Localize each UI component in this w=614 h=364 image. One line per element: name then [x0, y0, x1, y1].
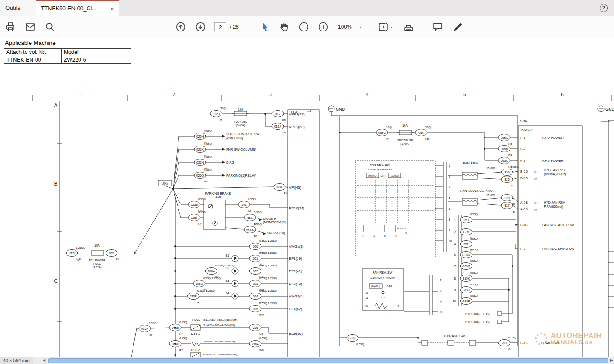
svg-text:RY: RY [149, 333, 152, 336]
scroll-left-arrow-icon[interactable]: ◀ [43, 358, 45, 362]
svg-text:EF3(42): EF3(42) [289, 282, 302, 286]
svg-text:0.5SQ 1.25SQ: 0.5SQ 1.25SQ [197, 289, 215, 292]
svg-text:EF4(62): EF4(62) [289, 307, 302, 311]
printer-icon [5, 22, 15, 32]
envelope-icon [25, 22, 35, 32]
svg-text:1: 1 [79, 92, 81, 97]
page-count-label: / 26 [230, 22, 239, 31]
svg-text:SMCZ: SMCZ [521, 128, 533, 132]
comment-button[interactable] [433, 22, 443, 32]
svg-text:FNR SW(COLUMN): FNR SW(COLUMN) [226, 147, 257, 151]
svg-text:G37B: G37B [348, 337, 356, 340]
cursor-icon [260, 22, 270, 32]
svg-text:F-13: F-13 [520, 341, 528, 345]
svg-text:VMG1(3): VMG1(3) [289, 244, 304, 249]
svg-text:2: 2 [173, 92, 175, 97]
svg-text:(+): (+) [534, 170, 538, 173]
svg-text:012: 012 [275, 112, 280, 115]
svg-text:SMCZ-C(10): SMCZ-C(10) [267, 231, 285, 235]
svg-text:0.5SQ: 0.5SQ [204, 142, 212, 145]
svg-text:025K: 025K [196, 148, 204, 151]
svg-text:912B: 912B [213, 112, 220, 115]
svg-text:VPI(45): VPI(45) [289, 186, 301, 190]
gear-icon [535, 333, 547, 345]
horizontal-scrollbar-thumb[interactable] [48, 358, 608, 363]
svg-text:0.5SQ 1.25SQ: 0.5SQ 1.25SQ [259, 252, 277, 254]
select-tool-button[interactable] [260, 22, 270, 32]
zoom-level-dropdown[interactable]: 100% [338, 22, 352, 31]
svg-text:B2: B2 [225, 266, 229, 270]
zoom-caret-down-icon[interactable]: ▾ [360, 25, 361, 29]
page-size-label: 40 × 594 mm [0, 357, 33, 364]
svg-text:RY: RY [116, 258, 119, 261]
typewriter-button[interactable] [404, 22, 414, 32]
svg-text:551: 551 [247, 216, 253, 219]
tab-title: TTNEK50-EN-00_Ci... [41, 5, 107, 12]
svg-text:LAMP: LAMP [214, 195, 222, 199]
svg-text:(-): (-) [534, 177, 537, 180]
hand-icon [279, 22, 289, 32]
svg-text:0.5SQ: 0.5SQ [470, 271, 478, 274]
snapshot-button[interactable] [378, 22, 388, 32]
zoom-in-button[interactable] [318, 22, 328, 32]
svg-text:2mA/5V~100mA/24V(FN): 2mA/5V~100mA/24V(FN) [203, 340, 235, 343]
svg-text:C: C [54, 279, 57, 284]
svg-text:106A: 106A [208, 270, 215, 273]
svg-text:1.1mA/24V~4A/24V: 1.1mA/24V~4A/24V [368, 168, 392, 171]
highlight-button[interactable] [453, 22, 463, 32]
help-icon[interactable]: ? [600, 4, 608, 12]
svg-text:O: O [511, 184, 513, 187]
svg-text:2: 2 [449, 175, 450, 178]
svg-text:6: 6 [449, 207, 450, 210]
svg-text:3: 3 [269, 92, 272, 97]
snapshot-caret-down-icon[interactable]: ▾ [390, 25, 392, 29]
svg-text:0.5SQ: 0.5SQ [508, 336, 516, 339]
arrow-up-circle-icon [176, 22, 186, 32]
svg-text:FAN P.P.V: FAN P.P.V [463, 161, 478, 165]
svg-text:0.5SQ: 0.5SQ [470, 259, 478, 262]
svg-text:GB: GB [259, 333, 263, 335]
svg-text:253: 253 [463, 218, 469, 222]
previous-page-button[interactable] [176, 22, 186, 32]
next-page-button[interactable] [196, 22, 205, 32]
hand-tool-button[interactable] [279, 22, 289, 32]
svg-text:0.5SQ 1.25SQ: 0.5SQ 1.25SQ [259, 264, 277, 267]
svg-text:B: B [54, 182, 58, 186]
svg-text:102: 102 [253, 270, 258, 273]
svg-text:326: 326 [504, 171, 510, 174]
svg-text:PARKING(1)RELAY: PARKING(1)RELAY [226, 173, 256, 178]
email-button[interactable] [25, 22, 35, 32]
svg-text:6: 6 [384, 235, 386, 238]
watermark-line2: MANUALS.us [551, 339, 602, 346]
svg-text:F-2: F-2 [520, 147, 526, 151]
search-button[interactable] [45, 22, 55, 32]
tools-menu-button[interactable]: Outils [0, 0, 36, 16]
svg-text:S15K: S15K [463, 277, 470, 280]
zoom-out-button[interactable] [299, 22, 309, 32]
svg-text:P.P.V(650mA): P.P.V(650mA) [544, 205, 563, 209]
svg-text:012A: 012A [274, 125, 281, 128]
applicable-machine-table: Attach to vol. №. Model TTNEK-EN-00 ZW22… [4, 48, 131, 64]
svg-text:RW: RW [259, 314, 264, 316]
tab-close-icon[interactable]: × [110, 5, 114, 12]
svg-text:025F: 025F [190, 295, 197, 298]
svg-text:0.5SQ 1.25SQ: 0.5SQ 1.25SQ [259, 289, 277, 292]
svg-text:1: 1 [449, 164, 450, 167]
svg-text:0.5SQ 1.25SQ: 0.5SQ 1.25SQ [259, 302, 277, 305]
comment-bubble-icon [433, 22, 443, 32]
svg-text:DIAG: DIAG [226, 160, 235, 164]
scroll-right-arrow-icon[interactable]: ▶ [610, 358, 613, 362]
document-tab[interactable]: TTNEK50-EN-00_Ci... × [36, 0, 119, 16]
svg-text:2: 2 [362, 235, 364, 238]
svg-text:3SQ: 3SQ [220, 107, 226, 110]
svg-text:B3: B3 [225, 279, 229, 282]
page-number-input[interactable]: 2 [214, 22, 226, 31]
svg-text:0.5SQ: 0.5SQ [248, 198, 256, 200]
minus-circle-icon [299, 22, 309, 32]
svg-text:R: R [220, 119, 222, 121]
print-button[interactable] [5, 22, 15, 32]
svg-text:0.5SQ: 0.5SQ [179, 321, 187, 324]
applicable-machine-heading: Applicable Machine [5, 40, 56, 46]
svg-text:(3.17A): (3.17A) [93, 266, 102, 269]
svg-text:2: 2 [366, 291, 368, 294]
